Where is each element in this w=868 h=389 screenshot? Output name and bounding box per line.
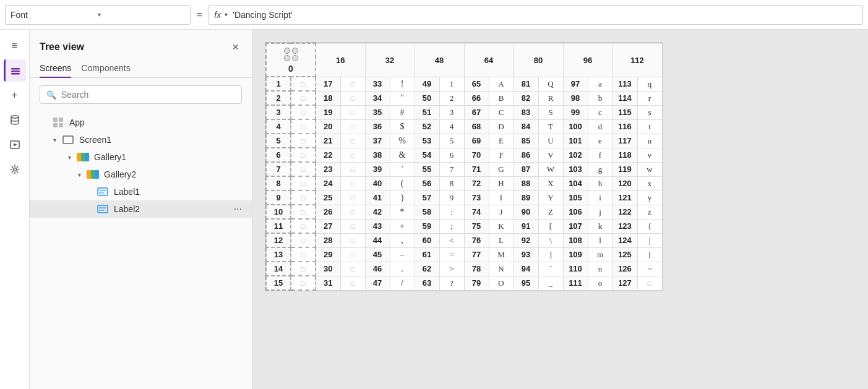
gallery1-icon xyxy=(77,151,89,163)
app-icon xyxy=(52,116,64,129)
table-row: 11□27□43+59;75K91[107k123{ xyxy=(266,219,662,233)
svg-rect-17 xyxy=(95,170,99,179)
tree-header: Tree view ✕ xyxy=(30,30,252,59)
tree-item-gallery1[interactable]: ▾ Gallery1 xyxy=(30,148,252,166)
svg-rect-8 xyxy=(59,118,63,122)
label1-label: Label1 xyxy=(114,187,242,197)
top-bar: Font ▾ = fx ▾ 'Dancing Script' xyxy=(0,0,868,30)
tree-close-button[interactable]: ✕ xyxy=(230,40,242,54)
gallery2-label: Gallery2 xyxy=(104,169,242,179)
tree-panel: Tree view ✕ Screens Components 🔍 xyxy=(30,30,252,389)
font-dropdown-chevron: ▾ xyxy=(98,11,185,18)
svg-point-6 xyxy=(13,168,16,171)
screen-icon xyxy=(62,134,74,146)
svg-rect-13 xyxy=(81,153,85,161)
table-row: 9□25□41)57973I89Y105i121y xyxy=(266,190,662,205)
tree-item-screen1[interactable]: ▾ Screen1 xyxy=(30,131,252,148)
search-box[interactable]: 🔍 xyxy=(40,85,242,104)
font-dropdown[interactable]: Font ▾ xyxy=(5,5,191,25)
label2-icon xyxy=(97,203,109,215)
search-input[interactable] xyxy=(61,90,235,100)
layers-icon[interactable] xyxy=(4,59,26,82)
formula-chevron-icon: ▾ xyxy=(225,11,228,18)
tree-item-label2[interactable]: Label2 ··· xyxy=(30,200,252,218)
formula-value: 'Dancing Script' xyxy=(233,10,292,20)
more-options-icon[interactable]: ··· xyxy=(234,203,242,215)
table-row: 1□17□33!49165A81Q97a113q xyxy=(266,77,662,91)
svg-rect-7 xyxy=(53,118,58,122)
svg-rect-1 xyxy=(11,71,20,72)
tab-components[interactable]: Components xyxy=(81,59,130,78)
formula-fx-icon: fx xyxy=(214,10,221,20)
gallery2-icon xyxy=(87,168,99,181)
expand-gallery2-icon: ▾ xyxy=(74,171,84,178)
tree-item-gallery2[interactable]: ▾ Gallery2 xyxy=(30,166,252,183)
svg-rect-14 xyxy=(85,153,89,161)
svg-rect-10 xyxy=(59,123,63,127)
svg-rect-12 xyxy=(77,153,81,161)
hamburger-menu-icon[interactable]: ≡ xyxy=(4,35,26,57)
svg-rect-21 xyxy=(98,205,108,213)
svg-rect-18 xyxy=(98,188,108,195)
media-icon[interactable] xyxy=(4,134,26,156)
table-row: 7□23□39'55771G87W103g119w xyxy=(266,162,662,176)
svg-rect-2 xyxy=(11,73,20,75)
svg-rect-11 xyxy=(63,136,73,143)
screen1-label: Screen1 xyxy=(79,135,242,145)
search-icon: 🔍 xyxy=(46,90,56,100)
table-row: 3□19□35#51367C83S99c115s xyxy=(266,105,662,119)
table-row: 8□24□40(56872H88X104h120x xyxy=(266,176,662,190)
tab-screens[interactable]: Screens xyxy=(40,59,71,78)
tree-item-label1[interactable]: Label1 xyxy=(30,183,252,200)
formula-bar[interactable]: fx ▾ 'Dancing Script' xyxy=(208,5,863,25)
svg-point-3 xyxy=(11,116,19,118)
table-row: 10□26□42*58:74J90Z106j122z xyxy=(266,205,662,219)
table-row: 6□22□38&54670F86V102f118v xyxy=(266,148,662,162)
table-row: 14□30□46.62>78N94`110n126~ xyxy=(266,262,662,276)
char-table-wrapper: 0 1632486480961121□17□33!49165A81Q97a113… xyxy=(265,42,663,291)
table-row: 4□20□36$52468D84T100d116t xyxy=(266,119,662,134)
gallery1-label: Gallery1 xyxy=(94,152,242,162)
char-table: 0 1632486480961121□17□33!49165A81Q97a113… xyxy=(265,43,663,291)
main-layout: ≡ + xyxy=(0,30,868,389)
font-dropdown-label: Font xyxy=(11,10,98,20)
expand-screen1-icon: ▾ xyxy=(49,137,59,143)
app-label: App xyxy=(69,118,242,127)
data-icon[interactable] xyxy=(4,109,26,131)
svg-marker-5 xyxy=(14,143,17,147)
sidebar-icons: ≡ + xyxy=(0,30,30,389)
main-content: 0 1632486480961121□17□33!49165A81Q97a113… xyxy=(252,30,868,389)
svg-rect-16 xyxy=(91,170,95,179)
table-row: 5□21□37%53569E85U101e117u xyxy=(266,134,662,148)
label1-icon xyxy=(97,186,109,198)
tree-title: Tree view xyxy=(40,41,84,53)
table-row: 15□31□47/63?79O95_111o127□ xyxy=(266,276,662,290)
settings-icon[interactable] xyxy=(4,158,26,181)
add-icon[interactable]: + xyxy=(4,84,26,106)
svg-rect-0 xyxy=(11,68,20,70)
svg-rect-15 xyxy=(87,170,91,179)
equals-symbol: = xyxy=(197,9,202,20)
expand-gallery1-icon: ▾ xyxy=(64,154,74,161)
table-row: 2□18□34"50266B82R98b114r xyxy=(266,91,662,105)
table-row: 12□28□44,60<76L92\108l124| xyxy=(266,233,662,247)
tree-tabs: Screens Components xyxy=(30,59,252,78)
label2-label: Label2 xyxy=(114,204,231,214)
svg-rect-9 xyxy=(53,123,58,127)
tree-content: App ▾ Screen1 ▾ xyxy=(30,111,252,389)
table-row: 13□29□45–61=77M93]109m125} xyxy=(266,247,662,262)
tree-item-app[interactable]: App xyxy=(30,114,252,131)
